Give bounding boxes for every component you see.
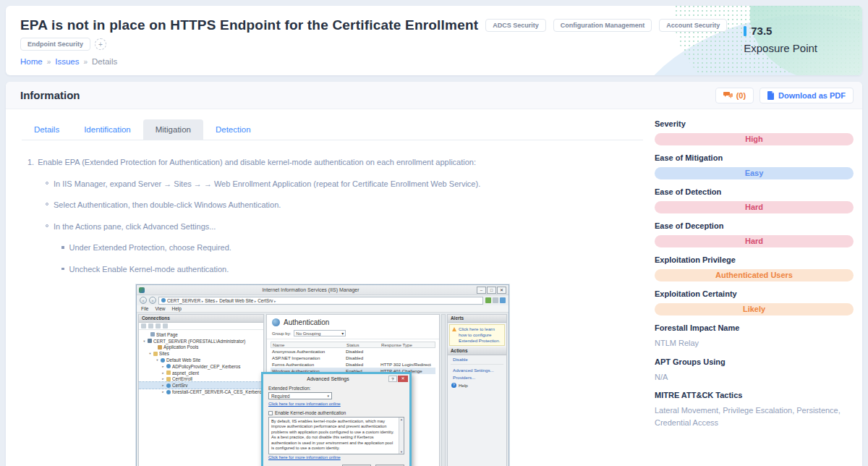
tree-item: CERT_SERVER (FORESTALL\Administrator) [153,339,245,344]
mitigation-sub-2: Select Authentication, then double-click… [54,199,281,211]
mitre-tactics-label: MITRE ATT&CK Tactics [655,391,854,399]
advanced-settings-dialog: Advanced Settings ? ✕ Extended Protectio… [261,372,412,466]
apt-groups-label: APT Groups Using [655,357,854,366]
table-row: Anonymous AuthenticationDisabled [271,348,435,355]
add-tag-button[interactable]: + [95,38,106,50]
connections-tree: Start Page ▾CERT_SERVER (FORESTALL\Admin… [139,330,263,395]
mitigation-sub-3b: Uncheck Enable Kernel-mode authenticatio… [69,263,229,276]
pdf-icon [767,91,775,100]
app-pools-icon [158,345,162,350]
list-number: 1. [27,156,34,169]
apt-groups-value: N/A [655,371,854,384]
page-title: EPA is not in place on HTTPS Endpoint fo… [20,17,478,33]
tab-details[interactable]: Details [22,119,72,140]
scrollbar: ▲▼ [399,418,404,454]
ease-of-detection-label: Ease of Detection [655,187,854,196]
bullet-icon [46,203,48,206]
action-help: Help [459,383,468,388]
description-text: By default, IIS enables kernel-mode auth… [271,419,394,450]
extended-protection-label: Extended Protection: [268,386,404,391]
tree-item: aspnet_client [172,370,199,376]
mitre-tactics-value: Lateral Movement, Privilege Escalation, … [655,404,854,428]
tab-mitigation[interactable]: Mitigation [143,119,203,140]
iis-address-bar: ‹ › CERT_SERVER Sites Default Web Site C… [137,295,509,305]
breadcrumb-home-link[interactable]: Home [20,57,43,66]
website-icon [166,390,171,394]
breadcrumb-current: Details [92,57,117,66]
website-icon [161,358,165,363]
mitigation-steps: 1. Enable EPA (Extended Protection for A… [22,156,643,275]
iis-menu-bar: File View Help [137,305,509,313]
tree-item: Application Pools [163,344,198,350]
exposure-point-widget: 73.5 Exposure Point [744,25,817,54]
kernel-mode-label: Enable Kernel-mode authentication [275,410,346,415]
actions-panel: Alerts Click here to learn how to config… [447,314,507,466]
table-row: Forms AuthenticationDisabledHTTP 302 Log… [271,361,435,368]
tree-item: ADPolicyProvider_CEP_Kerberos [172,364,241,369]
description-box: By default, IIS enables kernel-mode auth… [268,417,404,454]
forestall-impact-name-value: NTLM Relay [655,337,854,350]
window-controls: –□✕ [477,287,506,294]
more-info-link: Click here for more information online [268,455,341,459]
ease-of-mitigation-label: Ease of Mitigation [655,153,854,162]
folder-icon [166,377,171,381]
breadcrumb-separator: » [84,58,88,66]
attributes-sidebar: Severity High Ease of Mitigation Easy Ea… [655,109,862,466]
tag-account-security: Account Security [659,19,727,32]
group-by-label: Group by: [272,331,291,336]
forward-icon: › [149,297,156,304]
mitigation-sub-1: In IIS Manager, expand Server → Sites → … [54,178,480,190]
folder-icon [153,352,158,356]
bullet-icon [46,224,48,227]
column-header: Response Type [381,342,436,347]
close-icon: ✕ [497,287,506,294]
exposure-value: 73.5 [751,25,772,37]
tree-item: forestall-CERT_SERVER-CA_CES_Kerberos [172,389,263,394]
connections-panel: Connections Start Page ▾CERT_SERVER (FOR… [138,314,264,466]
action-providers: Providers... [448,373,506,381]
site-icon [161,298,166,302]
address-segment: CERT_SERVER [167,298,203,303]
authentication-title: Authentication [284,318,329,326]
tree-item: Start Page [156,332,178,337]
extended-protection-dropdown: Required▾ [268,392,332,399]
information-title: Information [20,89,80,101]
kernel-mode-checkbox [268,411,273,415]
download-pdf-button[interactable]: Download as PDF [760,88,854,103]
download-pdf-label: Download as PDF [778,91,846,100]
server-icon [148,339,152,343]
menu-file: File [141,306,148,311]
exploitation-privilege-badge: Authenticated Users [655,269,854,281]
alert-message: Click here to learn how to configure Ext… [459,326,502,344]
tree-item-selected: CertSrv [172,383,187,388]
tree-item: Default Web Site [166,357,200,363]
group-by-select: No Grouping▾ [294,330,346,336]
iis-manager-screenshot: Internet Information Services (IIS) Mana… [136,284,509,466]
comments-icon [723,91,733,99]
exploitation-certainty-label: Exploitation Certainty [655,289,854,298]
breadcrumb-issues-link[interactable]: Issues [55,57,79,66]
tab-identification[interactable]: Identification [72,119,143,140]
authentication-icon [272,318,280,326]
toolbar-icons [485,297,506,303]
start-page-icon [150,332,155,336]
dialog-close-icon: ✕ [398,376,408,382]
scrollbar [441,314,446,466]
actions-header: Actions [448,347,506,355]
tag-adcs-security: ADCS Security [485,19,546,32]
exploitation-privilege-label: Exploitation Privilege [655,255,854,264]
iis-title-bar: Internet Information Services (IIS) Mana… [137,285,509,295]
action-disable: Disable [448,355,506,363]
comments-button[interactable]: (0) [715,88,754,103]
tree-item: CertEnroll [172,376,192,381]
tab-detection[interactable]: Detection [203,119,263,140]
connections-toolbar [139,323,263,330]
header-card: EPA is not in place on HTTPS Endpoint fo… [6,6,862,75]
ease-of-deception-badge: Hard [655,235,854,247]
address-segment: Default Web Site [219,298,256,303]
ease-of-deception-label: Ease of Deception [655,221,854,230]
more-info-link: Click here for more information online [268,402,341,406]
dialog-help-icon: ? [388,376,397,382]
comments-count: (0) [736,91,746,100]
forestall-impact-name-label: Forestall Impact Name [655,323,854,332]
